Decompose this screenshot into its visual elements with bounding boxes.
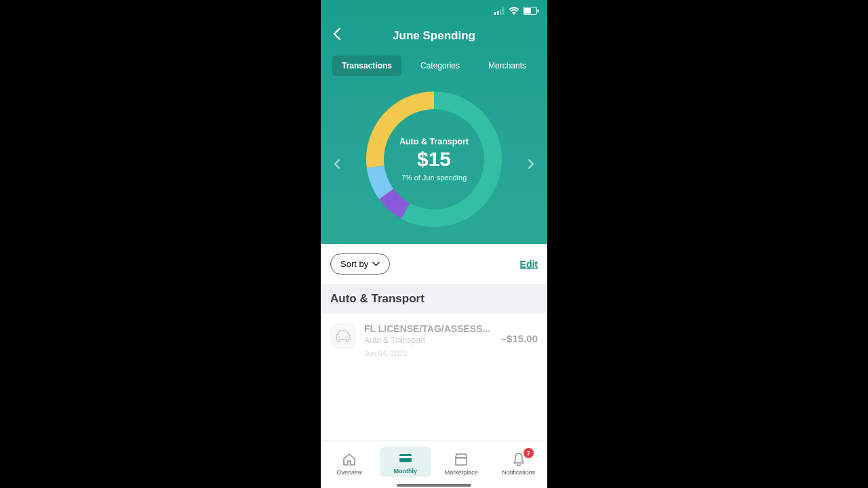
nav-notifications[interactable]: 7 Notifications (492, 448, 546, 476)
sort-label: Sort by (340, 259, 368, 269)
donut-subtitle: 7% of Jun spending (401, 174, 467, 182)
svg-rect-10 (399, 456, 412, 458)
sort-button[interactable]: Sort by (330, 253, 390, 274)
edit-link[interactable]: Edit (520, 259, 538, 270)
chevron-down-icon (372, 262, 380, 266)
nav-label: Overview (336, 469, 362, 476)
notification-badge: 7 (524, 448, 534, 458)
nav-marketplace[interactable]: Marketplace (434, 448, 488, 476)
title-bar: June Spending (321, 22, 547, 50)
donut-chart[interactable]: Auto & Transport $15 7% of Jun spending (363, 88, 505, 230)
list-controls: Sort by Edit (321, 244, 547, 284)
svg-point-7 (338, 336, 340, 338)
nav-label: Notifications (502, 469, 535, 476)
card-icon (398, 451, 413, 466)
store-icon (454, 452, 469, 467)
svg-rect-2 (500, 9, 502, 15)
wifi-icon (509, 7, 519, 15)
content-area: Sort by Edit Auto & Transport FL LICENSE… (321, 244, 547, 441)
home-indicator[interactable] (397, 484, 471, 487)
svg-rect-0 (494, 12, 496, 15)
phone-screen: June Spending Transactions Categories Me… (321, 0, 547, 488)
donut-category-label: Auto & Transport (399, 137, 469, 146)
tab-categories[interactable]: Categories (411, 56, 469, 76)
chevron-left-icon (334, 159, 340, 169)
svg-rect-3 (502, 7, 505, 15)
header-area: June Spending Transactions Categories Me… (321, 0, 547, 244)
transaction-title: FL LICENSE/TAG/ASSESS... (364, 323, 493, 334)
svg-point-8 (346, 336, 347, 338)
transaction-amount: –$15.00 (501, 323, 538, 344)
svg-rect-5 (524, 8, 531, 14)
cellular-signal-icon (494, 7, 505, 15)
home-icon (342, 452, 357, 467)
chevron-right-icon (528, 159, 534, 169)
bottom-nav: Overview Monthly Marketplace 7 Notificat… (321, 441, 547, 488)
nav-label: Marketplace (445, 469, 478, 476)
tab-bar: Transactions Categories Merchants (321, 50, 547, 84)
section-header: Auto & Transport (321, 284, 547, 314)
svg-rect-6 (538, 9, 539, 13)
nav-overview[interactable]: Overview (322, 448, 376, 476)
transaction-row[interactable]: FL LICENSE/TAG/ASSESS... Auto & Transpor… (321, 314, 547, 364)
transaction-body: FL LICENSE/TAG/ASSESS... Auto & Transpor… (364, 323, 493, 357)
donut-chart-area: Auto & Transport $15 7% of Jun spending (321, 84, 547, 244)
donut-center: Auto & Transport $15 7% of Jun spending (363, 88, 505, 230)
tab-merchants[interactable]: Merchants (479, 56, 536, 76)
svg-rect-1 (497, 11, 499, 15)
tab-transactions[interactable]: Transactions (332, 56, 401, 76)
donut-prev-button[interactable] (329, 156, 345, 172)
chevron-left-icon (332, 27, 342, 41)
nav-label: Monthly (394, 468, 418, 474)
nav-monthly[interactable]: Monthly (380, 447, 431, 477)
donut-amount: $15 (417, 148, 451, 171)
status-bar (321, 0, 547, 22)
transaction-date: Jun 04, 2021 (364, 349, 493, 357)
transaction-category: Auto & Transport (364, 336, 493, 345)
back-button[interactable] (328, 24, 347, 43)
battery-icon (523, 7, 539, 15)
donut-next-button[interactable] (523, 156, 539, 172)
page-title: June Spending (393, 29, 475, 43)
car-icon (330, 323, 356, 349)
